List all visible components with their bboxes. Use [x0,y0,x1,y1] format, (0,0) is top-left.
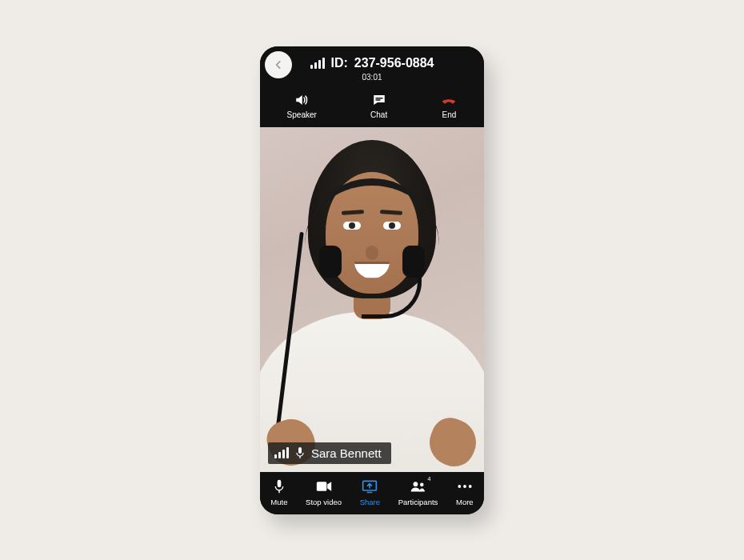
end-call-button[interactable]: End [441,93,457,119]
svg-rect-6 [316,482,326,491]
more-icon [457,478,473,494]
call-timer: 03:01 [260,73,484,82]
end-call-label: End [442,110,456,119]
more-label: More [456,498,474,506]
svg-rect-2 [298,447,302,454]
speaker-button[interactable]: Speaker [287,93,317,119]
back-button[interactable] [265,51,292,78]
participants-icon: 4 [410,478,426,494]
microphone-icon [295,446,305,459]
share-button[interactable]: Share [360,478,380,506]
chat-button[interactable]: Chat [370,93,387,119]
participants-label: Participants [398,498,438,506]
chat-icon [371,93,387,107]
svg-point-9 [413,482,418,486]
speaker-label: Speaker [287,110,317,119]
call-id-row: ID: 237-956-0884 [260,56,484,70]
call-id-prefix: ID: [331,56,348,70]
share-screen-icon [362,478,378,494]
chat-label: Chat [370,110,387,119]
participant-name: Sara Bennett [311,446,382,460]
call-header: ID: 237-956-0884 03:01 Speaker Chat [260,46,484,127]
video-call-screen: ID: 237-956-0884 03:01 Speaker Chat [260,46,484,514]
participants-button[interactable]: 4 Participants [398,478,438,506]
svg-rect-1 [375,99,380,101]
signal-icon [274,447,289,458]
svg-point-10 [420,482,424,486]
svg-rect-4 [278,479,282,486]
stop-video-button[interactable]: Stop video [306,478,342,506]
svg-point-13 [469,485,472,488]
participant-name-overlay: Sara Bennett [268,442,391,464]
end-call-icon [441,93,457,107]
call-id-value: 237-956-0884 [354,56,434,70]
chevron-left-icon [273,59,284,70]
more-button[interactable]: More [456,478,474,506]
header-actions: Speaker Chat End [260,93,484,127]
svg-point-12 [463,485,466,488]
svg-rect-0 [375,98,382,99]
mute-label: Mute [270,498,287,506]
svg-point-11 [458,485,461,488]
participant-avatar [260,127,484,472]
video-feed[interactable]: Sara Bennett [260,127,484,472]
stop-video-label: Stop video [306,498,342,506]
signal-icon [310,58,325,69]
speaker-icon [294,93,310,107]
participants-count-badge: 4 [428,476,431,482]
mute-button[interactable]: Mute [270,478,287,506]
microphone-icon [271,478,287,494]
share-label: Share [360,498,380,506]
bottom-toolbar: Mute Stop video Share 4 Participants [260,472,484,514]
video-icon [316,478,332,494]
